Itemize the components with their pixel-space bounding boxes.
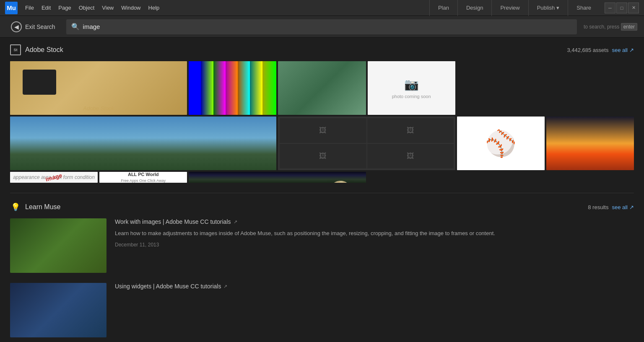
nav-preview[interactable]: Preview — [491, 0, 528, 16]
search-bar: ◀ Exit Search 🔍 to search, press enter — [0, 16, 644, 38]
tutorial-thumbnail-2 — [10, 283, 106, 337]
stock-image-1[interactable]: Adobe Stock — [10, 61, 187, 115]
exit-search-button[interactable]: ◀ Exit Search — [7, 19, 60, 35]
learn-muse-see-all[interactable]: see all ↗ — [612, 204, 634, 210]
learn-muse-icon: 💡 — [10, 202, 21, 212]
camera-icon: 📷 — [404, 78, 419, 91]
tutorial-thumbnail-1 — [10, 218, 106, 273]
no-img-1: 🖼 — [280, 118, 366, 143]
search-icon: 🔍 — [71, 23, 80, 31]
menu-view[interactable]: View — [99, 3, 117, 13]
stock-image-sunset[interactable] — [546, 117, 634, 170]
search-input-wrapper: 🔍 — [66, 19, 577, 34]
stock-image-2[interactable] — [189, 61, 276, 115]
stock-image-3[interactable] — [278, 61, 366, 115]
menu-help[interactable]: Help — [145, 3, 163, 13]
main-content: St Adobe Stock 3,442,685 assets see all … — [0, 38, 644, 342]
window-controls: ─ □ ✕ — [604, 3, 639, 13]
stock-image-allpc[interactable]: ALL PC World Free Apps One Click Away — [99, 172, 187, 183]
adobe-stock-header: St Adobe Stock 3,442,685 assets see all … — [10, 44, 634, 55]
tutorial-info-1: Work with images | Adobe Muse CC tutoria… — [115, 218, 634, 273]
learn-muse-meta: 8 results see all ↗ — [588, 204, 634, 210]
placeholder-text: photo coming soon — [392, 94, 431, 99]
learn-muse-title: 💡 Learn Muse — [10, 202, 61, 212]
stock-image-word[interactable]: appearance aura look form condition imag… — [10, 172, 98, 183]
adobe-stock-meta: 3,442,685 assets see all ↗ — [567, 47, 634, 53]
back-icon: ◀ — [11, 21, 22, 32]
menu-file[interactable]: File — [22, 3, 37, 13]
exit-search-label: Exit Search — [25, 23, 55, 30]
publish-dropdown-icon: ▾ — [556, 5, 559, 11]
tutorial-item-2: Using widgets | Adobe Muse CC tutorials … — [10, 283, 634, 337]
see-all-external-icon: ↗ — [629, 47, 634, 53]
search-hint: to search, press enter — [584, 24, 637, 30]
nav-actions: Plan Design Preview Publish ▾ Share — [429, 0, 600, 16]
tutorial-1-external-icon: ↗ — [234, 219, 237, 225]
learn-muse-section: 💡 Learn Muse 8 results see all ↗ Work wi… — [10, 202, 634, 337]
tutorial-2-external-icon: ↗ — [223, 284, 227, 289]
nav-plan[interactable]: Plan — [429, 0, 457, 16]
stock-image-city[interactable] — [10, 117, 276, 170]
stock-image-baseball[interactable]: ⚾ — [457, 117, 545, 170]
adobe-stock-title: St Adobe Stock — [10, 44, 63, 55]
stock-image-no-image[interactable]: 🖼 🖼 🖼 🖼 — [278, 117, 455, 170]
enter-key-hint: enter — [621, 23, 637, 31]
nav-design[interactable]: Design — [457, 0, 491, 16]
adobe-stock-icon: St — [10, 44, 21, 55]
no-img-4: 🖼 — [367, 144, 454, 168]
no-img-3: 🖼 — [280, 144, 366, 168]
app-logo: Mu — [5, 2, 18, 14]
allpc-tagline: Free Apps One Click Away — [121, 179, 166, 183]
learn-see-all-icon: ↗ — [629, 204, 634, 210]
stock-image-moon[interactable] — [189, 172, 366, 183]
adobe-stock-name: Adobe Stock — [25, 46, 63, 54]
menu-page[interactable]: Page — [55, 3, 74, 13]
tutorial-title-1[interactable]: Work with images | Adobe Muse CC tutoria… — [115, 218, 634, 225]
adobe-stock-see-all[interactable]: see all ↗ — [612, 47, 634, 53]
menu-edit[interactable]: Edit — [38, 3, 54, 13]
close-button[interactable]: ✕ — [628, 3, 639, 13]
no-img-2: 🖼 — [367, 118, 454, 143]
nav-share[interactable]: Share — [568, 0, 600, 16]
tutorial-title-2[interactable]: Using widgets | Adobe Muse CC tutorials … — [115, 283, 634, 290]
tutorial-item-1: Work with images | Adobe Muse CC tutoria… — [10, 218, 634, 273]
stock-image-placeholder[interactable]: 📷 photo coming soon — [368, 61, 455, 115]
maximize-button[interactable]: □ — [616, 3, 627, 13]
learn-muse-count: 8 results — [588, 204, 608, 210]
allpc-name: ALL PC World — [128, 172, 159, 177]
tutorial-description-1: Learn how to make adjustments to images … — [115, 229, 634, 238]
title-bar: Mu File Edit Page Object View Window Hel… — [0, 0, 644, 16]
tutorial-info-2: Using widgets | Adobe Muse CC tutorials … — [115, 283, 634, 337]
tutorial-date-1: December 11, 2013 — [115, 242, 634, 248]
learn-muse-header: 💡 Learn Muse 8 results see all ↗ — [10, 202, 634, 212]
learn-muse-name: Learn Muse — [25, 203, 61, 211]
stock-image-grid: Adobe Stock 📷 photo coming soon 🖼 🖼 🖼 🖼 — [10, 61, 634, 183]
menu-window[interactable]: Window — [118, 3, 144, 13]
nav-publish[interactable]: Publish ▾ — [528, 0, 568, 16]
menu-object[interactable]: Object — [75, 3, 98, 13]
minimize-button[interactable]: ─ — [605, 3, 615, 13]
search-input[interactable] — [83, 23, 572, 30]
menu-bar: File Edit Page Object View Window Help — [22, 3, 429, 13]
section-divider — [10, 193, 634, 193]
adobe-stock-count: 3,442,685 assets — [567, 47, 608, 53]
